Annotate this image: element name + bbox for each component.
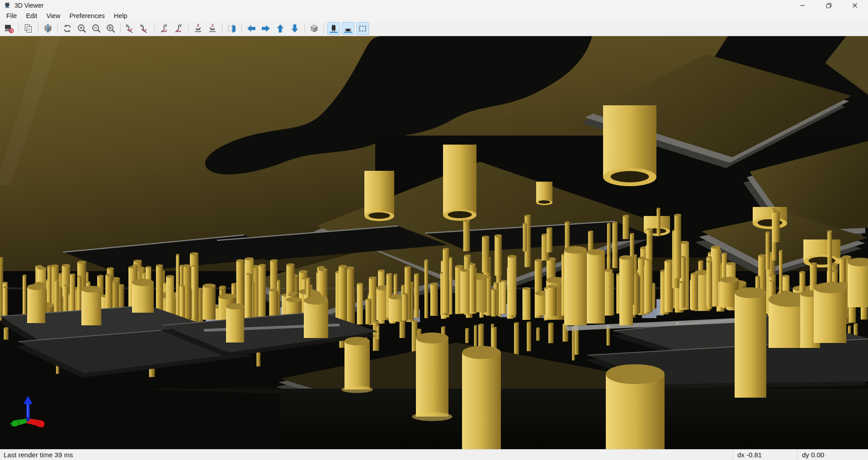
svg-text:Z: Z [212,23,214,28]
move-down-button[interactable] [288,22,301,35]
zoom-out-button[interactable] [90,22,103,35]
render-current-view-button[interactable] [42,22,54,35]
rotate-z-ccw-icon: Z [207,23,218,34]
rotate-x-ccw-icon: X [139,23,150,34]
toolbar-separator [324,23,324,33]
move-right-button[interactable] [259,22,272,35]
window-title: 3D Viewer [14,2,43,9]
toolbar-separator [19,23,19,33]
reload-board-icon [4,23,14,34]
app-icon [4,2,11,9]
flip-board-button[interactable] [226,22,238,35]
svg-text:X: X [126,23,128,28]
minimize-icon [800,3,805,8]
toolbar-separator [38,23,38,33]
zoom-in-icon [76,23,87,34]
toolbar-separator [241,23,242,33]
zoom-to-fit-button[interactable] [104,22,117,35]
copy-icon [23,23,34,34]
close-icon [852,3,858,8]
virtual-model-icon [357,23,368,34]
orthographic-projection-button[interactable] [308,22,321,35]
zoom-to-fit-icon [105,23,116,34]
toggle-virtual-models-button[interactable] [356,22,369,35]
zoom-out-icon [91,23,102,34]
flip-board-icon [226,23,237,34]
minimize-button[interactable] [789,0,816,11]
orthographic-cube-icon [309,23,320,34]
restore-button[interactable] [816,0,842,11]
menu-bar: File Edit View Preferences Help [0,11,868,21]
arrow-up-icon [275,23,286,34]
svg-text:X: X [140,23,143,28]
through-hole-model-icon [328,23,339,34]
reload-view-button[interactable] [61,22,74,35]
move-left-button[interactable] [245,22,258,35]
rotate-y-clockwise-button[interactable]: Y [158,22,170,35]
arrow-down-icon [289,23,300,34]
dy-readout: dy 0.00 [797,451,868,459]
copy-image-button[interactable] [22,22,35,35]
svg-text:Z: Z [197,23,199,28]
rotate-z-counterclockwise-button[interactable]: Z [206,22,219,35]
toggle-smd-models-button[interactable] [342,22,354,35]
pcb-3d-scene [0,36,868,449]
toolbar-separator [304,23,305,33]
menu-file[interactable]: File [2,12,21,20]
smd-model-icon [343,23,354,34]
arrow-left-icon [246,23,257,34]
3d-viewport[interactable] [0,36,868,449]
toolbar-separator [120,23,121,33]
rotate-x-cw-icon: X [125,23,136,34]
close-button[interactable] [842,0,868,11]
menu-edit[interactable]: Edit [21,12,42,20]
render-time-status: Last render time 39 ms [0,451,732,459]
render-view-icon [42,23,53,34]
rotate-y-counterclockwise-button[interactable]: Y [172,22,185,35]
toolbar: X X Y Y [0,21,868,36]
arrow-right-icon [260,23,271,34]
menu-view[interactable]: View [42,12,65,20]
toolbar-separator [222,23,222,33]
rotate-x-clockwise-button[interactable]: X [124,22,137,35]
app-window: 3D Viewer File Edit View Preferences Hel… [0,0,868,460]
svg-text:Y: Y [179,23,182,28]
toolbar-separator [154,23,155,33]
move-up-button[interactable] [274,22,287,35]
toolbar-separator [188,23,189,33]
rotate-x-counterclockwise-button[interactable]: X [138,22,151,35]
rotate-z-clockwise-button[interactable]: Z [192,22,204,35]
menu-help[interactable]: Help [109,12,132,20]
svg-text:Y: Y [165,23,167,28]
rotate-y-cw-icon: Y [159,23,170,34]
rotate-y-ccw-icon: Y [173,23,184,34]
toggle-through-hole-models-button[interactable] [327,22,340,35]
refresh-icon [62,23,73,34]
menu-preferences[interactable]: Preferences [65,12,109,20]
title-bar: 3D Viewer [0,0,868,11]
toolbar-separator [57,23,58,33]
status-bar: Last render time 39 ms dx -0.81 dy 0.00 [0,449,868,460]
rotate-z-cw-icon: Z [193,23,203,34]
reload-board-button[interactable] [3,22,15,35]
dx-readout: dx -0.81 [733,451,797,459]
restore-icon [826,3,832,9]
zoom-in-button[interactable] [75,22,88,35]
axis-z-arrow [27,417,30,421]
